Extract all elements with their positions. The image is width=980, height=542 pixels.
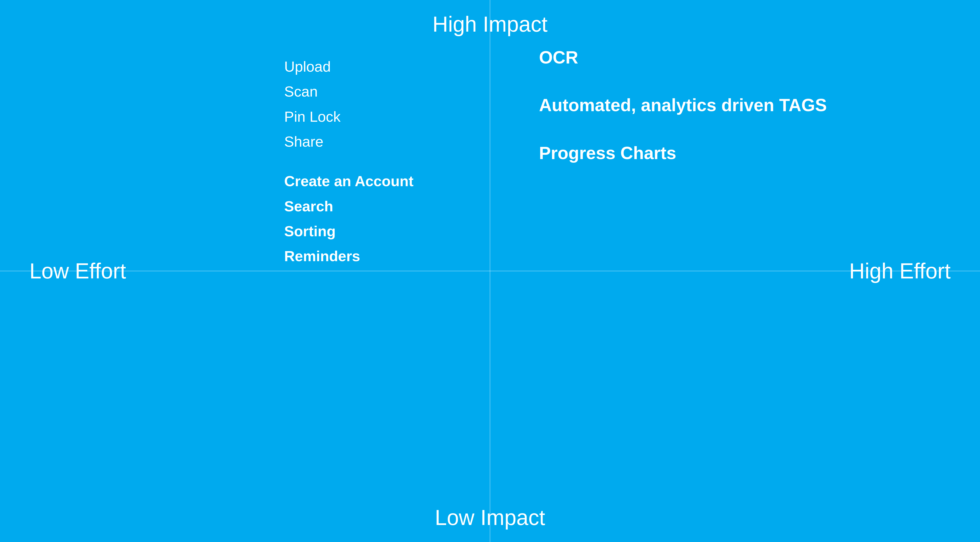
item-reminders: Reminders xyxy=(284,244,480,269)
low-impact-label: Low Impact xyxy=(435,505,545,530)
item-ocr: OCR xyxy=(539,43,833,72)
item-scan: Scan xyxy=(284,79,480,104)
item-sorting: Sorting xyxy=(284,219,480,244)
high-effort-label: High Effort xyxy=(849,259,950,283)
priority-matrix-chart: High Impact Low Impact Low Effort High E… xyxy=(0,0,980,542)
quadrant-top-left-content: Upload Scan Pin Lock Share Create an Acc… xyxy=(284,54,480,269)
item-progress-charts: Progress Charts xyxy=(539,139,833,167)
item-automated-tags: Automated, analytics driven TAGS xyxy=(539,91,833,119)
item-pin-lock: Pin Lock xyxy=(284,104,480,129)
quadrant-top-right-content: OCR Automated, analytics driven TAGS Pro… xyxy=(539,43,833,187)
vertical-axis xyxy=(490,0,490,542)
high-impact-label: High Impact xyxy=(433,12,547,37)
item-upload: Upload xyxy=(284,54,480,79)
low-effort-label: Low Effort xyxy=(30,259,126,283)
item-search: Search xyxy=(284,194,480,219)
item-share: Share xyxy=(284,129,480,154)
item-create-account: Create an Account xyxy=(284,169,480,194)
